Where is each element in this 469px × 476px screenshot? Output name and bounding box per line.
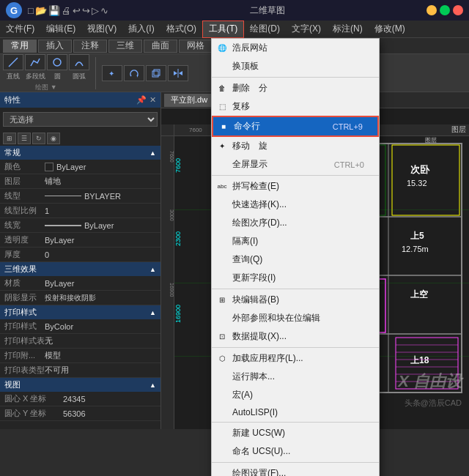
prop-cx: 圆心 X 坐标 24345 <box>0 392 160 406</box>
minimize-button[interactable] <box>426 5 437 15</box>
prop-cy-value[interactable]: 56306 <box>63 409 156 418</box>
dropdown-item-spellcheck[interactable]: abc 拼写检查(E) <box>212 177 379 196</box>
tool-copy[interactable] <box>146 65 166 81</box>
menu-file[interactable]: 文件(F) <box>0 21 40 38</box>
selection-dropdown[interactable]: 无选择 <box>3 112 158 127</box>
menu-text[interactable]: 文字(X) <box>286 21 327 38</box>
section-3d[interactable]: 三维效果 ▲ <box>0 262 160 276</box>
properties-panel: 特性 📌 ✕ 无选择 ⊞ ☰ ↻ ◉ 常规 ▲ 颜色 <box>0 92 161 429</box>
prop-ltscale-value[interactable]: 1 <box>45 207 156 215</box>
prop-lineweight-value[interactable]: ByLayer <box>45 221 156 230</box>
tool-move[interactable]: ✦ <box>102 65 122 81</box>
props-pin-icon[interactable]: 📌 <box>136 95 147 105</box>
dropdown-item-draworder[interactable]: 绘图次序(D)... <box>212 214 379 232</box>
dropdown-item-loadapp[interactable]: ⬡ 加载应用程序(L)... <box>212 349 379 368</box>
dropdown-item-macro[interactable]: 宏(A) <box>212 386 379 404</box>
dropdown-item-hcwz[interactable]: 🌐 浩辰网站 <box>212 39 379 57</box>
maximize-button[interactable] <box>440 5 450 15</box>
prop-material-value[interactable]: ByLayer <box>45 279 156 288</box>
section-print[interactable]: 打印样式 ▲ <box>0 305 160 319</box>
tool-arc[interactable] <box>69 54 89 70</box>
draw-group-more[interactable]: 绘图 ▼ <box>3 83 89 92</box>
prop-plottabletype-value[interactable]: 不可用 <box>45 365 156 376</box>
toolbar-icon-save[interactable]: 💾 <box>48 5 60 16</box>
props-icon-1[interactable]: ⊞ <box>3 133 16 144</box>
dropdown-item-xref[interactable]: 外部参照和块在位编辑 <box>212 309 379 327</box>
menu-modify[interactable]: 修改(M) <box>369 21 411 38</box>
dropdown-item-dataextract[interactable]: ⊡ 数据提取(X)... <box>212 327 379 346</box>
tool-line[interactable] <box>3 54 23 70</box>
prop-material: 材质 ByLayer <box>0 276 160 291</box>
prop-cx-value[interactable]: 24345 <box>63 395 156 404</box>
toolbar-icon-run[interactable]: ▷ <box>92 5 99 16</box>
cmdline-icon: ■ <box>218 121 229 133</box>
prop-transparency: 透明度 ByLayer <box>0 233 160 248</box>
watermark-credit: 头条@浩辰CAD <box>405 398 462 409</box>
watermark-x: X 自由设 <box>398 371 462 393</box>
prop-linetype-value[interactable]: BYLAYER <box>45 192 156 201</box>
menu-dimension[interactable]: 标注(N) <box>327 21 369 38</box>
menu-insert[interactable]: 插入(I) <box>122 21 160 38</box>
prop-plotstyletable-value[interactable]: 无 <box>45 335 156 346</box>
section-view[interactable]: 视图 ▲ <box>0 378 160 392</box>
canvas-tab-drawing[interactable]: 平立剖.dw <box>164 94 214 107</box>
dropdown-item-namedUCS[interactable]: 命名 UCS(U)... <box>212 442 379 461</box>
prop-plottabletype: 打印表类型 不可用 <box>0 363 160 378</box>
prop-shadow-value[interactable]: 投射和接收阴影 <box>45 293 156 303</box>
tab-insert[interactable]: 插入 <box>38 40 72 53</box>
tab-annotation[interactable]: 注释 <box>73 40 107 53</box>
tool-polyline[interactable] <box>25 54 45 70</box>
tool-rotate[interactable] <box>124 65 144 81</box>
window-controls[interactable] <box>426 5 463 15</box>
dropdown-item-isolate[interactable]: 隔离(I) <box>212 232 379 250</box>
dropdown-item-query[interactable]: 查询(Q) <box>212 250 379 269</box>
dropdown-item-delete[interactable]: 🗑 删除 分 <box>212 79 379 97</box>
dropdown-item-drawsettings[interactable]: 绘图设置(F)... <box>212 464 379 476</box>
toolbar-icon-redo[interactable]: ↪ <box>82 5 90 16</box>
prop-plotstyle-label: 打印样式 <box>4 321 45 332</box>
tab-common[interactable]: 常用 <box>3 40 37 53</box>
section-general[interactable]: 常规 ▲ <box>0 146 160 160</box>
menu-tools[interactable]: 工具(T) <box>202 21 244 38</box>
toolbar-icon-wave[interactable]: ∿ <box>100 5 108 16</box>
tab-surface[interactable]: 曲面 <box>144 40 177 53</box>
prop-plotstyletable: 打印样式表 无 <box>0 334 160 349</box>
prop-plotattached-value[interactable]: 模型 <box>45 350 156 361</box>
menu-view[interactable]: 视图(V) <box>81 21 122 38</box>
prop-thickness-value[interactable]: 0 <box>45 250 156 259</box>
prop-color-value[interactable]: ByLayer <box>45 163 156 171</box>
toolbar-icon-print[interactable]: 🖨 <box>62 5 71 16</box>
dropdown-item-quicksel[interactable]: 快速选择(K)... <box>212 196 379 214</box>
props-close-icon[interactable]: ✕ <box>149 95 156 105</box>
dropdown-item-newucs[interactable]: 新建 UCS(W) <box>212 424 379 442</box>
tab-mesh[interactable]: 网格 <box>179 40 213 53</box>
dropdown-item-updatefield[interactable]: 更新字段(I) <box>212 269 379 287</box>
prop-transparency-value[interactable]: ByLayer <box>45 236 156 245</box>
props-icon-3[interactable]: ↻ <box>32 133 45 144</box>
toolbar-icon-open[interactable]: 📂 <box>35 5 47 16</box>
close-button[interactable] <box>453 5 463 15</box>
dropdown-item-autolisp[interactable]: AutoLISP(I) <box>212 404 379 420</box>
tool-circle[interactable] <box>47 54 67 70</box>
dropdown-item-fullscreen[interactable]: 全屏显示 CTRL+0 <box>212 155 379 174</box>
title-bar: G □ 📂 💾 🖨 ↩ ↪ ▷ ∿ 二维草图 <box>0 0 469 21</box>
linetype-preview <box>45 196 81 196</box>
menu-draw[interactable]: 绘图(D) <box>244 21 286 38</box>
ruler-v-num-2: 3000 <box>161 209 174 221</box>
dropdown-item-runscript[interactable]: 运行脚本... <box>212 368 379 386</box>
dropdown-item-fuyou[interactable]: ⬚ 复移 <box>212 97 379 116</box>
menu-format[interactable]: 格式(O) <box>160 21 202 38</box>
dropdown-item-move[interactable]: ✦ 移动 旋 <box>212 137 379 155</box>
dropdown-item-blockedit[interactable]: ⊞ 块编辑器(B) <box>212 291 379 309</box>
props-icon-2[interactable]: ☰ <box>18 133 31 144</box>
tool-mirror[interactable] <box>168 65 188 81</box>
props-icon-4[interactable]: ◉ <box>47 133 60 144</box>
tab-3d[interactable]: 三维 <box>108 40 142 53</box>
toolbar-icon-undo[interactable]: ↩ <box>73 5 81 16</box>
dropdown-item-cmdline[interactable]: ■ 命令行 CTRL+9 <box>212 116 379 137</box>
dropdown-item-htb[interactable]: 换顶板 <box>212 57 379 75</box>
menu-edit[interactable]: 编辑(E) <box>40 21 81 38</box>
prop-plotstyle-value[interactable]: ByColor <box>45 322 156 331</box>
toolbar-icon-new[interactable]: □ <box>28 5 34 16</box>
prop-layer-value[interactable]: 铺地 <box>45 176 156 187</box>
